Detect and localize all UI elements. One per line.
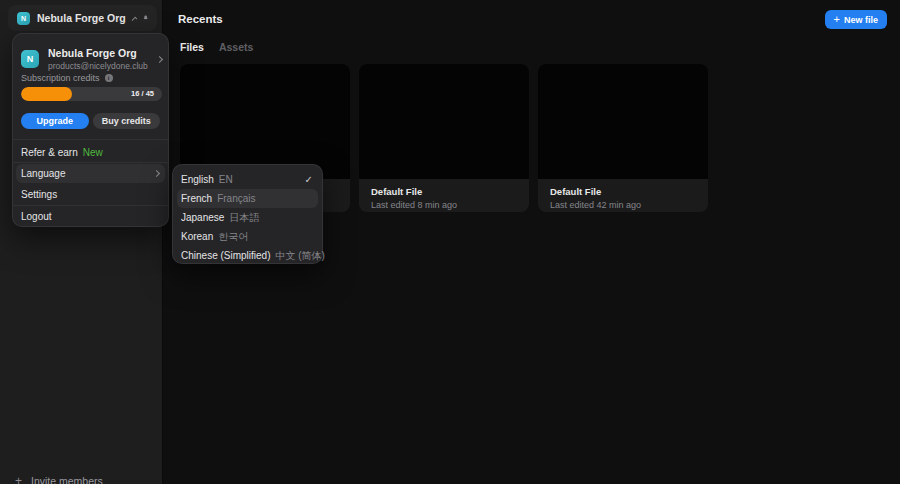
subscription-credits-label: Subscription credits i (21, 73, 113, 83)
check-icon: ✓ (305, 174, 313, 185)
invite-members-button[interactable]: + Invite members (15, 472, 103, 484)
language-name: Korean (181, 231, 213, 242)
credits-value: 16 / 45 (131, 87, 154, 101)
settings-label: Settings (21, 189, 57, 200)
chevron-right-icon (153, 170, 160, 177)
org-details-item[interactable]: N Nebula Forge Org products@nicelydone.c… (21, 42, 162, 76)
page-title: Recents (178, 13, 223, 25)
divider (13, 162, 168, 163)
menu-item-language[interactable]: Language (16, 164, 165, 183)
org-dropdown-menu: N Nebula Forge Org products@nicelydone.c… (12, 33, 169, 227)
language-option-french[interactable]: French Français (177, 189, 318, 208)
org-avatar: N (21, 50, 39, 68)
info-icon[interactable]: i (105, 74, 113, 82)
file-card[interactable]: Default File Last edited 8 min ago (359, 64, 529, 212)
files-assets-tabs: Files Assets (180, 41, 253, 53)
plus-icon: + (834, 13, 840, 25)
credits-progress-bar: 16 / 45 (21, 87, 162, 101)
plus-icon: + (15, 474, 22, 484)
org-avatar: N (17, 12, 30, 25)
menu-item-logout[interactable]: Logout (16, 207, 165, 226)
language-name: English (181, 174, 214, 185)
language-label: Language (21, 168, 66, 179)
language-option-japanese[interactable]: Japanese 日本語 (177, 208, 318, 227)
file-thumbnail (359, 64, 529, 179)
refer-earn-label: Refer & earn (21, 147, 78, 158)
file-last-edited: Last edited 42 min ago (550, 200, 696, 210)
chevron-up-icon (131, 17, 137, 23)
language-native-name: Français (217, 193, 255, 204)
language-option-english[interactable]: English EN ✓ (177, 170, 318, 189)
divider (13, 205, 168, 206)
language-native-name: EN (219, 174, 233, 185)
org-name-label: Nebula Forge Org (37, 12, 126, 24)
upgrade-button[interactable]: Upgrade (21, 113, 89, 129)
language-submenu: English EN ✓ French Français Japanese 日本… (172, 164, 323, 264)
divider (13, 139, 168, 140)
file-thumbnail (180, 64, 350, 179)
org-email-label: products@nicelydone.club (48, 61, 148, 71)
language-name: Japanese (181, 212, 224, 223)
file-card[interactable]: Default File Last edited 42 min ago (538, 64, 708, 212)
invite-members-label: Invite members (31, 475, 103, 484)
file-last-edited: Last edited 8 min ago (371, 200, 517, 210)
tab-assets[interactable]: Assets (219, 41, 253, 53)
file-title: Default File (550, 186, 696, 198)
credits-progress-fill (21, 87, 72, 101)
chevron-right-icon (156, 55, 163, 62)
language-option-korean[interactable]: Korean 한국어 (177, 227, 318, 246)
language-name: French (181, 193, 212, 204)
menu-item-refer-earn[interactable]: Refer & earn New (16, 143, 165, 162)
new-file-label: New file (844, 15, 878, 25)
language-option-chinese-simplified[interactable]: Chinese (Simplified) 中文 (简体) (177, 246, 318, 265)
logout-label: Logout (21, 211, 52, 222)
credits-label-text: Subscription credits (21, 73, 100, 83)
language-native-name: 日本語 (229, 211, 259, 225)
org-switcher-button[interactable]: N Nebula Forge Org (8, 5, 157, 31)
org-name-label: Nebula Forge Org (48, 47, 148, 59)
new-badge: New (83, 147, 103, 158)
new-file-button[interactable]: + New file (825, 10, 887, 29)
file-thumbnail (538, 64, 708, 179)
notifications-bell-icon[interactable] (143, 12, 148, 24)
tab-files[interactable]: Files (180, 41, 204, 53)
file-title: Default File (371, 186, 517, 198)
buy-credits-button[interactable]: Buy credits (93, 113, 161, 129)
language-native-name: 한국어 (218, 230, 248, 244)
language-name: Chinese (Simplified) (181, 250, 270, 261)
menu-item-settings[interactable]: Settings (16, 185, 165, 204)
language-native-name: 中文 (简体) (275, 249, 324, 263)
